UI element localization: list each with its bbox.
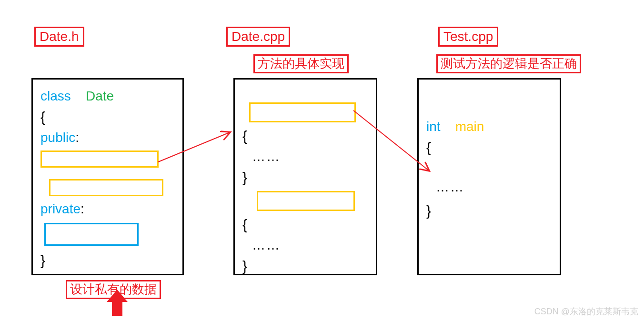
ellipsis: ……	[436, 177, 552, 197]
method-decl-box	[40, 150, 159, 168]
panel-header: class Date { public: private: }	[31, 78, 184, 275]
class-name: Date	[86, 89, 114, 103]
file-label-impl: Date.cpp	[226, 27, 290, 47]
private-data-box	[44, 223, 139, 246]
close-brace: }	[426, 200, 552, 221]
file-label-header: Date.h	[34, 27, 84, 47]
code-line: class Date	[40, 86, 175, 106]
colon: :	[75, 130, 79, 145]
code-line: private:	[40, 199, 175, 219]
keyword-class: class	[40, 89, 71, 103]
arrow-up-icon	[107, 290, 128, 302]
keyword-private: private	[40, 201, 80, 216]
keyword-public: public	[40, 130, 75, 145]
code-line: int main	[426, 117, 552, 137]
annotation-impl: 方法的具体实现	[253, 54, 349, 73]
panel-test: int main { …… }	[417, 78, 561, 275]
diagram-canvas: Date.h Date.cpp Test.cpp 方法的声明 方法的具体实现 测…	[0, 0, 644, 321]
method-impl-box	[249, 102, 356, 122]
close-brace: }	[40, 250, 175, 271]
open-brace: {	[40, 106, 175, 128]
close-brace: }	[242, 255, 368, 277]
keyword-int: int	[426, 119, 441, 134]
ellipsis: ……	[252, 235, 368, 255]
colon: :	[80, 201, 84, 216]
open-brace: {	[242, 214, 368, 235]
ellipsis: ……	[252, 147, 368, 167]
file-label-test: Test.cpp	[438, 27, 498, 47]
annotation-test-logic: 测试方法的逻辑是否正确	[436, 54, 581, 73]
method-decl-box	[49, 179, 163, 196]
panel-impl: { …… } { …… }	[233, 78, 377, 275]
open-brace: {	[242, 125, 368, 147]
open-brace: {	[426, 137, 552, 158]
watermark: CSDN @东洛的克莱斯韦克	[534, 306, 638, 317]
keyword-main: main	[455, 119, 484, 134]
method-impl-box	[257, 191, 355, 211]
code-line: public:	[40, 128, 175, 148]
close-brace: }	[242, 167, 368, 188]
